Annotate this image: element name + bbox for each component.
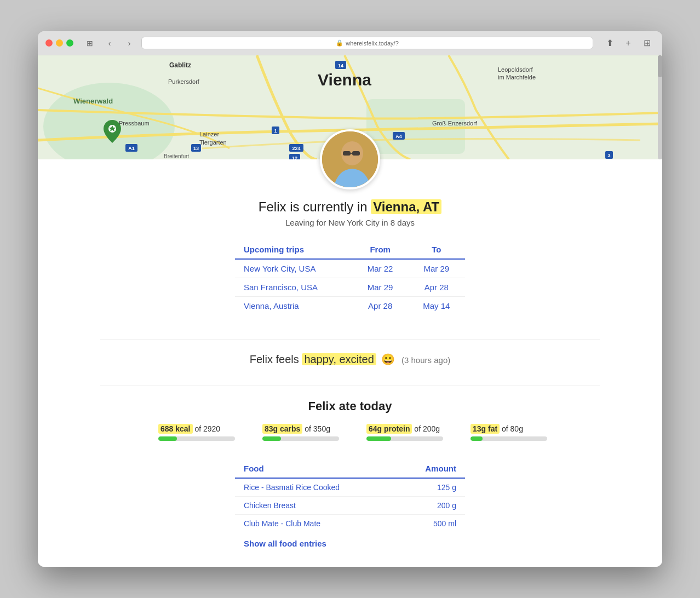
nutrition-label: 13g fat of 80g — [471, 424, 542, 433]
svg-text:Pressbaum: Pressbaum — [119, 120, 150, 127]
avatar-image — [322, 131, 380, 189]
svg-rect-32 — [343, 151, 351, 156]
trips-table: Upcoming trips From To New York City, US… — [235, 240, 465, 315]
show-all-food-link[interactable]: Show all food entries — [235, 537, 465, 550]
food-amount: 500 ml — [396, 515, 465, 533]
food-name: Chicken Breast — [235, 497, 396, 515]
svg-text:Tiergarten: Tiergarten — [199, 139, 227, 146]
mood-highlight: happy, excited — [302, 353, 376, 365]
mood-prefix: Felix feels — [250, 353, 299, 365]
nutrition-value: 688 kcal — [158, 424, 193, 434]
trip-from: Mar 29 — [353, 278, 408, 297]
nutrition-item: 83g carbs of 350g — [262, 424, 334, 441]
svg-text:Groß-Enzersdorf: Groß-Enzersdorf — [432, 120, 478, 127]
avatar — [320, 129, 380, 189]
svg-rect-1 — [366, 99, 465, 154]
progress-bar — [471, 436, 547, 441]
trip-destination: San Francisco, USA — [235, 278, 353, 297]
trip-from: Mar 22 — [353, 259, 408, 278]
svg-text:Breitenfurt: Breitenfurt — [164, 153, 189, 159]
browser-window: ⊞ ‹ › 🔒 whereisfelix.today/? ⬆ + ⊞ — [38, 31, 662, 567]
nutrition-item: 64g protein of 200g — [366, 424, 438, 441]
leaving-text: Leaving for New York City in 8 days — [285, 218, 415, 227]
progress-bar-fill — [366, 436, 391, 441]
table-row: Club Mate - Club Mate 500 ml — [235, 515, 465, 533]
table-row: New York City, USA Mar 22 Mar 29 — [235, 259, 465, 278]
browser-chrome: ⊞ ‹ › 🔒 whereisfelix.today/? ⬆ + ⊞ — [38, 31, 662, 55]
forward-button[interactable]: › — [122, 37, 137, 49]
food-col-amount: Amount — [396, 459, 465, 478]
trip-to: Apr 28 — [408, 278, 465, 297]
svg-text:Gablitz: Gablitz — [169, 61, 191, 69]
new-tab-button[interactable]: + — [621, 37, 636, 49]
food-title: Felix ate today — [308, 399, 392, 413]
nutrition-label: 688 kcal of 2920 — [158, 424, 229, 433]
divider-1 — [100, 339, 600, 340]
svg-rect-33 — [352, 151, 360, 156]
food-section: Felix ate today 688 kcal of 2920 83g car… — [38, 399, 662, 567]
address-bar[interactable]: 🔒 whereisfelix.today/? — [141, 37, 593, 49]
svg-text:A4: A4 — [395, 134, 402, 139]
svg-text:224: 224 — [292, 146, 300, 151]
back-button[interactable]: ‹ — [102, 37, 117, 49]
nutrition-value: 83g carbs — [262, 424, 302, 434]
trip-destination: Vienna, Austria — [235, 297, 353, 315]
trip-to: May 14 — [408, 297, 465, 315]
trip-destination: New York City, USA — [235, 259, 353, 278]
trip-to: Mar 29 — [408, 259, 465, 278]
svg-text:3: 3 — [607, 153, 610, 158]
food-amount: 200 g — [396, 497, 465, 515]
mood-text: Felix feels happy, excited 😀 (3 hours ag… — [60, 353, 640, 366]
svg-text:Leopoldsdorf: Leopoldsdorf — [498, 66, 533, 73]
page-content: Vienna Gablitz Wienerwald Purkersdorf Pr… — [38, 55, 662, 567]
nutrition-suffix: of 200g — [414, 424, 440, 433]
progress-bar-fill — [471, 436, 483, 441]
nutrition-item: 13g fat of 80g — [471, 424, 542, 441]
svg-text:Wienerwald: Wienerwald — [73, 97, 113, 105]
nutrition-suffix: of 350g — [305, 424, 330, 433]
close-button[interactable] — [45, 39, 53, 47]
scrollbar[interactable] — [658, 55, 662, 159]
location-prefix: Felix is currently in — [259, 199, 368, 214]
profile-section: Felix is currently in Vienna, AT Leaving… — [38, 159, 662, 326]
svg-text:14: 14 — [338, 63, 343, 68]
progress-bar-fill — [262, 436, 281, 441]
sidebar-toggle-button[interactable]: ⊞ — [82, 37, 97, 49]
divider-2 — [100, 386, 600, 386]
svg-text:13: 13 — [193, 146, 199, 151]
progress-bar — [262, 436, 339, 441]
svg-text:A1: A1 — [128, 146, 135, 151]
lock-icon: 🔒 — [336, 39, 343, 47]
url-text: whereisfelix.today/? — [346, 40, 399, 47]
food-name: Rice - Basmati Rice Cooked — [235, 478, 396, 497]
svg-text:1: 1 — [274, 128, 277, 134]
svg-text:Lainzer: Lainzer — [199, 131, 219, 137]
nutrition-suffix: of 2920 — [194, 424, 220, 433]
food-table: Food Amount Rice - Basmati Rice Cooked 1… — [235, 459, 465, 532]
nutrition-label: 83g carbs of 350g — [262, 424, 334, 433]
progress-bar — [158, 436, 235, 441]
table-row: San Francisco, USA Mar 29 Apr 28 — [235, 278, 465, 297]
nutrition-value: 13g fat — [471, 424, 500, 434]
maximize-button[interactable] — [66, 39, 73, 47]
trips-col-from: From — [353, 240, 408, 259]
trip-from: Apr 28 — [353, 297, 408, 315]
browser-actions: ⬆ + ⊞ — [602, 37, 655, 49]
mood-emoji: 😀 — [381, 353, 395, 365]
share-button[interactable]: ⬆ — [602, 37, 617, 49]
nutrition-label: 64g protein of 200g — [366, 424, 438, 433]
table-row: Vienna, Austria Apr 28 May 14 — [235, 297, 465, 315]
minimize-button[interactable] — [56, 39, 63, 47]
nutrition-row: 688 kcal of 2920 83g carbs of 350g 64g p… — [158, 424, 542, 441]
svg-text:12: 12 — [292, 156, 297, 159]
scrollbar-thumb[interactable] — [658, 55, 662, 77]
tabs-button[interactable]: ⊞ — [639, 37, 655, 49]
svg-text:Vienna: Vienna — [318, 71, 371, 89]
progress-bar-fill — [158, 436, 177, 441]
food-amount: 125 g — [396, 478, 465, 497]
mood-section: Felix feels happy, excited 😀 (3 hours ag… — [38, 353, 662, 372]
progress-bar — [366, 436, 443, 441]
food-col-food: Food — [235, 459, 396, 478]
food-name: Club Mate - Club Mate — [235, 515, 396, 533]
nutrition-item: 688 kcal of 2920 — [158, 424, 229, 441]
